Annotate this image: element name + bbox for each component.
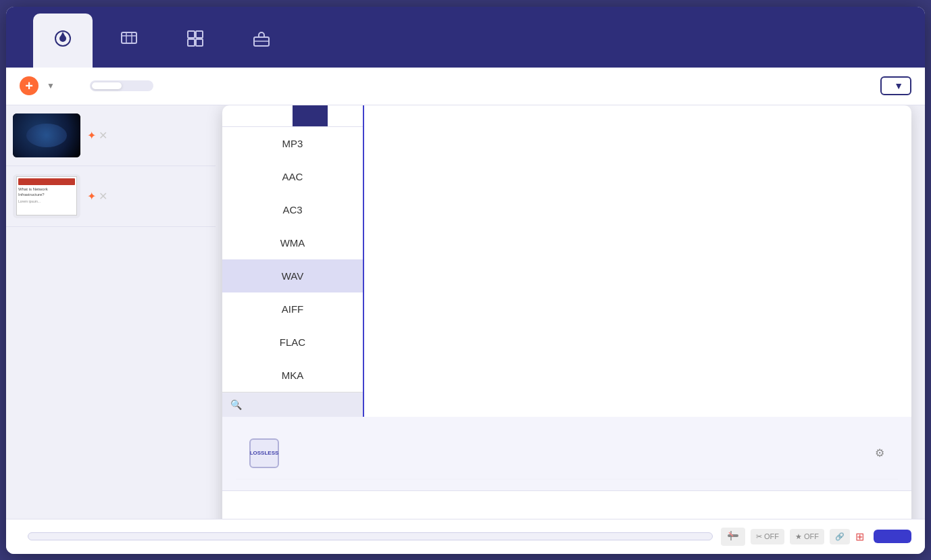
svg-rect-9	[188, 39, 195, 46]
format-aac[interactable]: AAC	[222, 160, 363, 193]
svg-rect-10	[196, 39, 203, 46]
convert-all-dropdown-icon: ▼	[894, 80, 903, 91]
trim-icon	[726, 531, 740, 540]
format-flac[interactable]: FLAC	[222, 326, 363, 359]
subtitle-btn[interactable]: 🔗	[830, 529, 850, 544]
app-window: + ▼ ▼ ✦	[6, 7, 925, 554]
bottom-bar: ✂ OFF ★ OFF 🔗 ⊞	[6, 519, 925, 554]
svg-rect-7	[188, 31, 195, 38]
file-thumb-1	[13, 113, 80, 157]
merge-icon: ⊞	[855, 530, 864, 543]
file-delete-btn-2[interactable]: ✕	[99, 190, 107, 203]
file-pin-btn-2[interactable]: ✦	[87, 190, 96, 203]
convert-all-select[interactable]: ▼	[880, 76, 911, 95]
bottom-actions: ✂ OFF ★ OFF 🔗 ⊞	[721, 528, 911, 546]
effect-btn[interactable]: ★ OFF	[790, 529, 824, 544]
file-actions-1: ✦ ✕	[87, 129, 209, 142]
format-wma[interactable]: WMA	[222, 226, 363, 259]
format-search-area[interactable]: 🔍	[222, 392, 363, 417]
file-info-1: ✦ ✕	[87, 129, 209, 142]
format-wav[interactable]: WAV	[222, 259, 363, 292]
file-pin-btn-1[interactable]: ✦	[87, 129, 96, 142]
format-aiff[interactable]: AIFF	[222, 292, 363, 326]
search-icon: 🔍	[230, 399, 242, 410]
add-icon: +	[20, 76, 39, 95]
format-type-tabs	[222, 105, 363, 127]
tab-audio[interactable]	[293, 105, 328, 126]
file-actions-2: ✦ ✕	[87, 190, 209, 203]
merge-btn[interactable]: ⊞	[855, 530, 868, 543]
convert-all-button[interactable]	[874, 530, 911, 543]
format-ac3[interactable]: AC3	[222, 193, 363, 226]
svg-marker-2	[61, 32, 65, 36]
tab-collage[interactable]	[166, 14, 225, 68]
file-delete-btn-1[interactable]: ✕	[99, 129, 107, 142]
format-list-items: MP3 AAC AC3 WMA WAV AIFF FLAC MKA	[222, 127, 363, 392]
file-list: ✦ ✕ What is Network Infrastructure? Lore…	[6, 105, 216, 519]
add-files-dropdown-icon[interactable]: ▼	[47, 81, 55, 91]
collage-icon	[186, 29, 205, 48]
quality-lossless-icon: LOSSLESS	[249, 438, 279, 468]
trim-btn[interactable]	[721, 528, 745, 546]
file-item-2: What is Network Infrastructure? Lorem ip…	[6, 166, 216, 227]
quality-panel: LOSSLESS ⚙	[222, 417, 911, 519]
save-path[interactable]	[28, 532, 713, 540]
cut-btn[interactable]: ✂ OFF	[751, 529, 784, 544]
format-mka[interactable]: MKA	[222, 359, 363, 392]
toolbar: + ▼ ▼	[6, 68, 925, 105]
svg-point-1	[59, 35, 66, 42]
tab-toolbox[interactable]	[232, 14, 291, 68]
converting-tab[interactable]	[92, 82, 122, 89]
toolbox-icon	[252, 29, 271, 48]
earth-thumbnail	[13, 113, 80, 157]
format-mp3[interactable]: MP3	[222, 127, 363, 160]
quality-lossless[interactable]: LOSSLESS ⚙	[236, 428, 898, 480]
tab-device[interactable]	[328, 105, 363, 126]
format-list-column: MP3 AAC AC3 WMA WAV AIFF FLAC MKA 🔍	[222, 105, 364, 417]
converting-tabs	[90, 80, 153, 91]
file-item-1: ✦ ✕	[6, 105, 216, 166]
file-thumb-2: What is Network Infrastructure? Lorem ip…	[13, 174, 80, 218]
top-nav	[6, 7, 925, 68]
tab-video[interactable]	[257, 105, 293, 126]
tab-recently-used[interactable]	[222, 105, 257, 126]
tab-converter[interactable]	[33, 14, 93, 68]
converter-icon	[53, 29, 72, 48]
mv-icon	[120, 29, 139, 48]
screen-thumbnail: What is Network Infrastructure? Lorem ip…	[13, 174, 80, 218]
svg-rect-8	[196, 31, 203, 38]
quality-bitrate	[853, 448, 856, 459]
main-content: ✦ ✕ What is Network Infrastructure? Lore…	[6, 105, 925, 519]
add-files-button[interactable]: + ▼	[20, 76, 55, 95]
svg-rect-3	[122, 32, 136, 43]
format-panel: MP3 AAC AC3 WMA WAV AIFF FLAC MKA 🔍	[222, 105, 911, 519]
quality-settings-icon[interactable]: ⚙	[875, 447, 884, 459]
file-info-2: ✦ ✕	[87, 190, 209, 203]
tab-mv[interactable]	[99, 14, 159, 68]
converted-tab[interactable]	[122, 82, 151, 89]
